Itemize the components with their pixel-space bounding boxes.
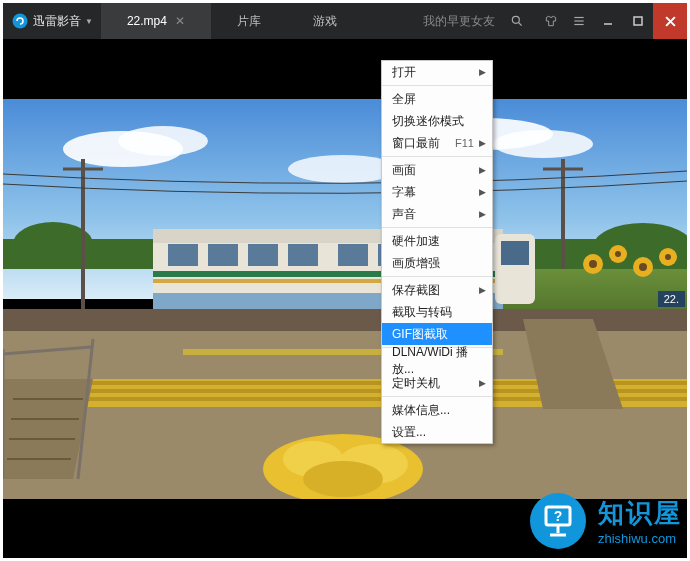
menu-gif-capture[interactable]: GIF图截取 — [382, 323, 492, 345]
menu-separator — [382, 85, 492, 86]
submenu-arrow-icon: ▶ — [479, 67, 486, 77]
tab-current-file[interactable]: 22.mp4 ✕ — [101, 3, 211, 39]
menu-icon[interactable] — [565, 7, 593, 35]
search-icon[interactable] — [503, 7, 531, 35]
tab-label: 游戏 — [313, 13, 337, 30]
watermark-url: zhishiwu.com — [598, 531, 676, 546]
menu-dlna-widi[interactable]: DLNA/WiDi 播放... — [382, 350, 492, 372]
svg-line-2 — [519, 23, 522, 26]
search-placeholder: 我的早更女友 — [423, 13, 495, 30]
menu-screenshot[interactable]: 保存截图▶ — [382, 279, 492, 301]
menu-subtitle[interactable]: 字幕▶ — [382, 181, 492, 203]
menu-enhance[interactable]: 画质增强 — [382, 252, 492, 274]
submenu-arrow-icon: ▶ — [479, 138, 486, 148]
menu-shutdown-timer[interactable]: 定时关机▶ — [382, 372, 492, 394]
svg-point-63 — [589, 260, 597, 268]
tab-game[interactable]: 游戏 — [287, 3, 363, 39]
menu-trim-transcode[interactable]: 截取与转码 — [382, 301, 492, 323]
svg-rect-30 — [338, 244, 368, 266]
context-menu: 打开▶ 全屏 切换迷你模式 窗口最前F11▶ 画面▶ 字幕▶ 声音▶ 硬件加速 … — [381, 60, 493, 444]
svg-rect-26 — [168, 244, 198, 266]
svg-rect-29 — [288, 244, 318, 266]
submenu-arrow-icon: ▶ — [479, 209, 486, 219]
submenu-arrow-icon: ▶ — [479, 285, 486, 295]
watermark-title: 知识屋 — [598, 496, 682, 531]
menu-separator — [382, 227, 492, 228]
submenu-arrow-icon: ▶ — [479, 187, 486, 197]
menu-mini-mode[interactable]: 切换迷你模式 — [382, 110, 492, 132]
media-player-window: 迅雷影音 ▼ 22.mp4 ✕ 片库 游戏 我的早更女友 — [3, 3, 687, 558]
svg-point-58 — [303, 461, 383, 497]
video-viewport[interactable]: 22. 打开▶ 全屏 切换迷你模式 窗口最前F11▶ 画面▶ 字幕▶ 声音▶ 硬… — [3, 39, 687, 558]
svg-text:?: ? — [554, 508, 563, 524]
menu-fullscreen[interactable]: 全屏 — [382, 88, 492, 110]
tab-library[interactable]: 片库 — [211, 3, 287, 39]
watermark-badge-icon: ? — [528, 491, 588, 551]
maximize-button[interactable] — [623, 3, 653, 39]
shortcut-label: F11 — [455, 137, 474, 149]
svg-point-0 — [13, 14, 28, 29]
menu-separator — [382, 396, 492, 397]
svg-rect-27 — [208, 244, 238, 266]
svg-point-66 — [665, 254, 671, 260]
menu-media-info[interactable]: 媒体信息... — [382, 399, 492, 421]
menu-hw-accel[interactable]: 硬件加速 — [382, 230, 492, 252]
minimize-button[interactable] — [593, 3, 623, 39]
tab-label: 22.mp4 — [127, 14, 167, 28]
site-watermark: ? 知识屋 zhishiwu.com — [528, 491, 682, 551]
submenu-arrow-icon: ▶ — [479, 165, 486, 175]
app-name: 迅雷影音 — [33, 13, 81, 30]
svg-point-64 — [615, 251, 621, 257]
svg-rect-28 — [248, 244, 278, 266]
timestamp-badge: 22. — [658, 291, 685, 307]
video-frame — [3, 99, 687, 499]
menu-always-on-top[interactable]: 窗口最前F11▶ — [382, 132, 492, 154]
submenu-arrow-icon: ▶ — [479, 378, 486, 388]
menu-separator — [382, 276, 492, 277]
window-controls — [593, 3, 687, 39]
dropdown-caret-icon: ▼ — [85, 17, 93, 26]
tab-close-icon[interactable]: ✕ — [175, 14, 185, 28]
menu-audio[interactable]: 声音▶ — [382, 203, 492, 225]
svg-point-12 — [118, 126, 208, 156]
svg-point-65 — [639, 263, 647, 271]
menu-open[interactable]: 打开▶ — [382, 61, 492, 83]
svg-rect-35 — [501, 241, 529, 265]
menu-settings[interactable]: 设置... — [382, 421, 492, 443]
search-area[interactable]: 我的早更女友 — [417, 7, 537, 35]
app-logo-icon — [11, 12, 29, 30]
menu-video[interactable]: 画面▶ — [382, 159, 492, 181]
svg-point-14 — [493, 130, 593, 158]
svg-rect-7 — [634, 17, 642, 25]
tab-label: 片库 — [237, 13, 261, 30]
skin-icon[interactable] — [537, 7, 565, 35]
svg-point-1 — [512, 16, 519, 23]
title-bar: 迅雷影音 ▼ 22.mp4 ✕ 片库 游戏 我的早更女友 — [3, 3, 687, 39]
close-button[interactable] — [653, 3, 687, 39]
menu-separator — [382, 156, 492, 157]
app-menu-button[interactable]: 迅雷影音 ▼ — [3, 3, 101, 39]
